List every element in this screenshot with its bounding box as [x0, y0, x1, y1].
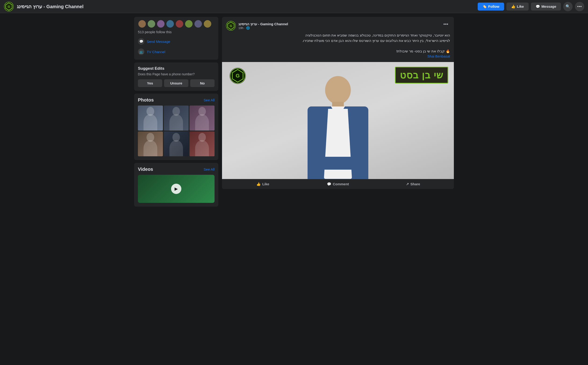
tv-channel-link[interactable]: 📺 TV Channel — [138, 47, 215, 57]
more-options-button[interactable]: ••• — [575, 2, 584, 11]
post-mention-link[interactable]: Shai Benbasat — [427, 54, 450, 58]
avatar — [185, 20, 193, 28]
post-more-options-button[interactable]: ••• — [441, 21, 450, 28]
post-text-content: הוא יוטיובר, טיקטוקר ואחד הגיימרים החזקי… — [222, 33, 454, 62]
post-image: G שי בן בסט — [222, 62, 454, 179]
videos-title: Videos — [138, 167, 153, 172]
page-title: Gaming Channel - ערוץ הגיימינג — [17, 4, 83, 9]
follow-button[interactable]: 🏷️ Follow — [478, 3, 504, 11]
more-icon: ••• — [577, 4, 582, 9]
messenger-icon: 💬 — [138, 38, 144, 45]
post-image-background: G שי בן בסט — [222, 62, 454, 179]
follower-avatars — [138, 20, 215, 28]
post-header: G Gaming Channel - ערוץ הגיימינג 19h · 🌐… — [222, 17, 454, 33]
post-author-details: Gaming Channel - ערוץ הגיימינג 19h · 🌐 — [238, 22, 288, 30]
videos-header: Videos See All — [138, 167, 215, 172]
photo-item[interactable] — [138, 132, 163, 156]
send-message-link[interactable]: 💬 Send Message — [138, 36, 215, 47]
post-actions-bar: 👍 Like 💬 Comment ↗ Share — [222, 179, 454, 189]
search-icon: 🔍 — [566, 4, 570, 9]
photo-item[interactable] — [189, 105, 215, 131]
photos-title: Photos — [138, 97, 154, 103]
followers-count: 513 people follow this — [138, 30, 215, 34]
yes-button[interactable]: Yes — [138, 79, 162, 87]
photos-grid — [138, 105, 215, 156]
sidebar: 513 people follow this 💬 Send Message 📺 … — [134, 17, 218, 207]
photo-item[interactable] — [138, 105, 163, 131]
suggest-edits-description: Does this Page have a phone number? — [138, 72, 215, 76]
avatar — [203, 20, 212, 28]
photos-header: Photos See All — [138, 97, 215, 103]
top-navigation-bar: G Gaming Channel - ערוץ הגיימינג 🏷️ Foll… — [0, 0, 588, 13]
main-layout: 513 people follow this 💬 Send Message 📺 … — [130, 13, 458, 210]
separator: · — [244, 26, 245, 30]
avatar — [147, 20, 156, 28]
post-card: G Gaming Channel - ערוץ הגיימינג 19h · 🌐… — [222, 17, 454, 189]
photo-item[interactable] — [164, 132, 189, 156]
post-image-logo: G — [230, 68, 246, 84]
photos-see-all-link[interactable]: See All — [203, 98, 215, 102]
post-more-icon: ••• — [443, 21, 448, 27]
unsure-button[interactable]: Unsure — [164, 79, 188, 87]
post-share-button[interactable]: ↗ Share — [376, 180, 450, 188]
post-author-name: Gaming Channel - ערוץ הגיימינג — [238, 22, 288, 26]
video-thumbnail[interactable]: ▶ — [138, 175, 215, 203]
no-button[interactable]: No — [190, 79, 215, 87]
svg-text:G: G — [236, 73, 240, 79]
avatar — [166, 20, 174, 28]
play-icon: ▶ — [171, 184, 181, 194]
post-author-avatar: G — [226, 21, 236, 31]
search-button[interactable]: 🔍 — [563, 2, 573, 11]
top-bar-left: G Gaming Channel - ערוץ הגיימינג — [4, 1, 83, 12]
videos-see-all-link[interactable]: See All — [203, 167, 215, 171]
top-bar-actions: 🏷️ Follow 👍 Like 💬 Message 🔍 ••• — [478, 2, 584, 11]
like-icon: 👍 — [511, 4, 515, 9]
post-comment-button[interactable]: 💬 Comment — [301, 180, 375, 188]
avatar — [138, 20, 146, 28]
main-content: G Gaming Channel - ערוץ הגיימינג 19h · 🌐… — [222, 17, 454, 207]
message-icon: 💬 — [536, 4, 540, 9]
like-action-icon: 👍 — [256, 182, 261, 186]
photo-item[interactable] — [164, 105, 189, 131]
like-button[interactable]: 👍 Like — [507, 3, 529, 11]
post-author-info: G Gaming Channel - ערוץ הגיימינג 19h · 🌐 — [226, 21, 288, 31]
post-time: 19h — [238, 26, 243, 30]
svg-text:G: G — [8, 5, 10, 8]
photos-section: Photos See All — [134, 94, 218, 160]
tv-icon: 📺 — [138, 49, 144, 55]
post-image-hebrew-text: שי בן בסט — [395, 67, 448, 84]
globe-icon: 🌐 — [246, 26, 250, 30]
post-like-button[interactable]: 👍 Like — [226, 180, 300, 188]
photo-item[interactable] — [189, 132, 215, 156]
avatar — [175, 20, 184, 28]
videos-section: Videos See All ▶ — [134, 163, 218, 207]
suggest-edits-section: Suggest Edits Does this Page have a phon… — [134, 63, 218, 91]
suggest-edits-buttons: Yes Unsure No — [138, 79, 215, 87]
avatar — [156, 20, 165, 28]
page-logo-icon: G — [4, 1, 14, 12]
followers-section: 513 people follow this 💬 Send Message 📺 … — [134, 17, 218, 60]
avatar — [194, 20, 202, 28]
svg-text:G: G — [230, 24, 232, 28]
follow-icon: 🏷️ — [482, 4, 487, 9]
comment-action-icon: 💬 — [327, 182, 331, 186]
suggest-edits-title: Suggest Edits — [138, 66, 215, 71]
post-meta: 19h · 🌐 — [238, 26, 288, 30]
message-button[interactable]: 💬 Message — [531, 3, 561, 11]
share-action-icon: ↗ — [406, 182, 409, 186]
